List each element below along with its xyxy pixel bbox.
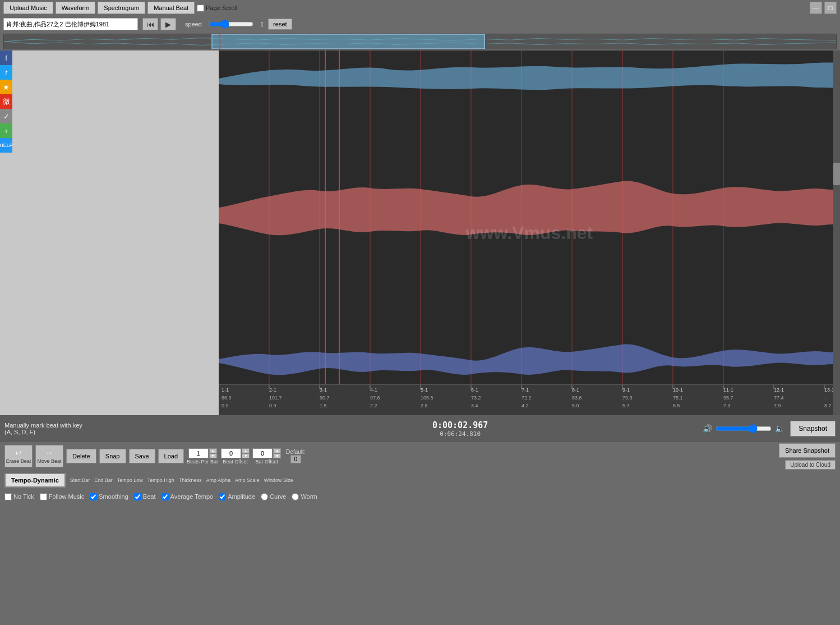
spectrogram-button[interactable]: Spectrogram	[98, 2, 145, 14]
svg-text:5.7: 5.7	[622, 403, 630, 408]
snapshot-area: Share Snapshot Upload to Cloud	[779, 443, 836, 470]
load-button[interactable]: Load	[158, 449, 184, 463]
vertical-scrollbar[interactable]	[833, 50, 840, 415]
average-tempo-label: Average Tempo	[161, 493, 214, 500]
status-time-row: Manually mark beat with key (A, S, D, F)…	[0, 415, 840, 442]
no-tick-checkbox[interactable]	[4, 493, 12, 500]
erase-beat-button[interactable]: ↩ Erase Beat	[4, 445, 33, 467]
page-scroll-checkbox[interactable]	[197, 4, 204, 12]
follow-music-text: Follow Music	[49, 493, 85, 500]
svg-text:4.2: 4.2	[521, 403, 529, 408]
beat-offset-up[interactable]: ▲	[242, 448, 250, 453]
help-button[interactable]: HELP	[0, 138, 12, 153]
bar-offset-input[interactable]	[252, 448, 273, 458]
svg-rect-2	[219, 34, 220, 49]
svg-text:0.0: 0.0	[221, 403, 229, 408]
waveform-button[interactable]: Waveform	[56, 2, 96, 14]
smoothing-checkbox[interactable]	[90, 493, 97, 500]
move-beat-button[interactable]: ↔ Move Beat	[35, 445, 63, 467]
snap-button[interactable]: Snap	[99, 449, 126, 463]
svg-text:12-1: 12-1	[774, 387, 784, 393]
svg-text:95.7: 95.7	[723, 395, 733, 401]
bottom-channel-svg	[219, 325, 840, 393]
beats-per-bar-input[interactable]	[188, 448, 209, 458]
default-group: Default: 0	[286, 449, 305, 463]
maximize-icon[interactable]: □	[824, 2, 837, 14]
follow-music-checkbox[interactable]	[40, 493, 47, 500]
twitter-button[interactable]: t	[0, 65, 12, 80]
tempo-dynamic-button[interactable]: Tempo-Dynamic	[4, 473, 66, 488]
svg-text:75.1: 75.1	[673, 395, 683, 401]
amp-alpha-label: Amp Alpha	[206, 477, 230, 483]
svg-text:11-1: 11-1	[723, 387, 733, 393]
upload-music-button[interactable]: Upload Music	[3, 2, 53, 14]
volume-slider[interactable]	[716, 424, 772, 433]
beat-offset-input[interactable]	[221, 448, 241, 458]
no-tick-label: No Tick	[4, 493, 34, 500]
scrollbar-thumb[interactable]	[833, 163, 840, 185]
check-button[interactable]: ✓	[0, 109, 12, 123]
bar-offset-up[interactable]: ▲	[273, 448, 281, 453]
weibo-button[interactable]: 微	[0, 94, 12, 109]
beats-per-bar-group: ▲ ▼ Beats Per Bar	[187, 448, 218, 465]
play-button[interactable]: ▶	[160, 18, 176, 30]
main-channel-svg	[219, 137, 840, 278]
beats-per-bar-up[interactable]: ▲	[209, 448, 217, 453]
upload-to-cloud-button[interactable]: Upload to Cloud	[785, 460, 836, 470]
window-controls: — □	[810, 2, 837, 14]
beats-per-bar-spinners: ▲ ▼	[209, 448, 217, 458]
snapshot-button[interactable]: Snapshot	[790, 421, 836, 436]
svg-text:2-1: 2-1	[269, 387, 276, 393]
time-display-area: 0:00:02.967 0:06:24.810	[223, 420, 697, 438]
manual-beat-button[interactable]: Manual Beat	[147, 2, 195, 14]
average-tempo-checkbox[interactable]	[161, 493, 169, 500]
speed-label: speed	[185, 21, 202, 27]
star-button[interactable]: ★	[0, 80, 12, 94]
waveform-area[interactable]: www.Vmus.net	[219, 50, 840, 415]
worm-radio[interactable]	[292, 493, 299, 500]
bar-offset-down[interactable]: ▼	[273, 453, 281, 458]
bottom-controls-row1: ↩ Erase Beat ↔ Move Beat Delete Snap Sav…	[0, 442, 840, 470]
amp-scale-col: Amp Scale	[235, 477, 260, 483]
beat-text: Beat	[143, 493, 156, 500]
svg-text:2.8: 2.8	[421, 403, 428, 408]
volume-area: 🔊 🔈	[703, 424, 784, 433]
move-beat-label: Move Beat	[37, 458, 61, 464]
svg-text:7.3: 7.3	[723, 403, 731, 408]
svg-text:7.9: 7.9	[774, 403, 781, 408]
song-row: ⏮ ▶ speed 1 reset	[0, 16, 840, 33]
bar-offset-group: ▲ ▼ Bar Offset	[252, 448, 281, 465]
page-scroll-checkbox-label: Page Scroll	[197, 4, 237, 12]
song-title-input[interactable]	[3, 18, 138, 30]
save-button[interactable]: Save	[129, 449, 155, 463]
svg-text:66.9: 66.9	[221, 395, 232, 401]
svg-text:97.6: 97.6	[370, 395, 380, 401]
thickness-label: Thickness	[179, 477, 202, 483]
plus-button[interactable]: +	[0, 123, 12, 138]
status-line1: Manually mark beat with key	[4, 422, 218, 429]
worm-text: Worm	[301, 493, 317, 500]
svg-rect-1	[212, 34, 484, 49]
curve-radio[interactable]	[261, 493, 268, 500]
svg-text:6.5: 6.5	[673, 403, 680, 408]
reset-button[interactable]: reset	[268, 19, 292, 30]
svg-text:0.9: 0.9	[269, 403, 276, 408]
amplitude-checkbox[interactable]	[219, 493, 226, 500]
beat-offset-down[interactable]: ▼	[242, 453, 250, 458]
minimize-icon[interactable]: —	[810, 2, 822, 14]
svg-text:9-1: 9-1	[622, 387, 630, 393]
svg-text:--: --	[824, 395, 828, 401]
delete-button[interactable]: Delete	[66, 449, 96, 463]
no-tick-text: No Tick	[13, 493, 34, 500]
svg-text:3-1: 3-1	[320, 387, 327, 393]
beat-checkbox[interactable]	[134, 493, 141, 500]
overview-bar[interactable]	[3, 34, 837, 49]
share-snapshot-button[interactable]: Share Snapshot	[779, 443, 836, 458]
transport-controls: ⏮ ▶	[142, 18, 176, 30]
beats-per-bar-down[interactable]: ▼	[209, 453, 217, 458]
speed-slider[interactable]	[209, 20, 253, 29]
skip-back-button[interactable]: ⏮	[142, 18, 158, 30]
facebook-button[interactable]: f	[0, 50, 12, 65]
window-size-label: Window Size	[264, 477, 293, 483]
tempo-row: Tempo-Dynamic Start Bar End Bar Tempo Lo…	[0, 470, 840, 490]
